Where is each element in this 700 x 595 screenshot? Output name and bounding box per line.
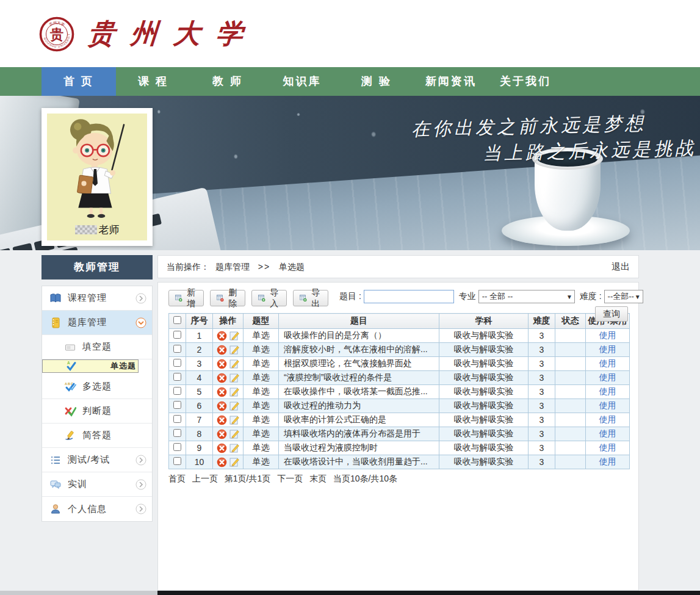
nav-item-teachers[interactable]: 教 师: [190, 67, 265, 96]
logout-link[interactable]: 退出: [612, 256, 630, 278]
sidebar-item-question-bank[interactable]: 题库管理: [42, 311, 152, 335]
sidebar-item-course-management[interactable]: 课程管理: [42, 286, 152, 311]
use-link[interactable]: 使用: [599, 386, 616, 396]
row-difficulty: 3: [529, 371, 555, 385]
use-link[interactable]: 使用: [599, 358, 616, 368]
page-prev[interactable]: 上一页: [192, 474, 218, 483]
table-export-icon: [300, 293, 307, 303]
page-next[interactable]: 下一页: [277, 474, 303, 483]
nav-item-home[interactable]: 首 页: [41, 67, 116, 96]
edit-row-icon[interactable]: [229, 443, 240, 453]
row-title: 在吸收操作中，吸收塔某一截面总推...: [279, 385, 439, 399]
nav-item-courses[interactable]: 课 程: [116, 67, 190, 96]
edit-row-icon[interactable]: [229, 401, 240, 411]
row-title: “液膜控制”吸收过程的条件是: [279, 371, 439, 385]
sidebar-item-single-choice[interactable]: A 单选题: [42, 359, 139, 373]
use-link[interactable]: 使用: [599, 400, 616, 410]
delete-row-icon[interactable]: [217, 429, 227, 439]
sidebar-item-label: 判断题: [82, 405, 112, 417]
row-checkbox[interactable]: [173, 387, 181, 395]
col-header-type: 题型: [244, 314, 279, 329]
title-search-input[interactable]: [364, 290, 454, 303]
edit-row-icon[interactable]: [229, 359, 240, 369]
sidebar-item-fill-blank[interactable]: 填空题: [42, 335, 152, 359]
use-link[interactable]: 使用: [599, 442, 616, 452]
nav-item-about[interactable]: 关于我们: [488, 67, 563, 96]
table-row: 8: [169, 427, 630, 441]
delete-row-icon[interactable]: [217, 373, 227, 383]
sidebar-item-true-false[interactable]: 判断题: [42, 399, 152, 424]
chevron-right-icon: [135, 455, 146, 466]
edit-row-icon[interactable]: [229, 415, 240, 425]
difficulty-select[interactable]: --全部-- ▼: [604, 290, 643, 303]
banner: 在你出发之前永远是梦想 当上路之后永远是挑战: [0, 96, 700, 250]
row-checkbox[interactable]: [173, 331, 181, 339]
table-import-icon: [258, 293, 265, 303]
query-button[interactable]: 查询: [595, 306, 628, 322]
delete-row-icon[interactable]: [217, 457, 227, 467]
sidebar-item-practical-training[interactable]: 实训: [42, 472, 152, 497]
use-link[interactable]: 使用: [599, 344, 616, 354]
row-checkbox[interactable]: [173, 345, 181, 353]
edit-row-icon[interactable]: [229, 387, 240, 397]
sidebar-item-multi-choice[interactable]: ABC 多选题: [42, 375, 152, 399]
page-last[interactable]: 末页: [309, 474, 327, 483]
select-all-checkbox[interactable]: [173, 316, 181, 324]
nav-item-knowledge-base[interactable]: 知识库: [265, 67, 339, 96]
delete-row-icon[interactable]: [217, 331, 227, 341]
row-number: 7: [186, 413, 213, 427]
delete-row-icon[interactable]: [217, 387, 227, 397]
use-link[interactable]: 使用: [599, 456, 616, 466]
row-difficulty: 3: [529, 385, 555, 399]
page-info: 第1页/共1页: [225, 474, 270, 483]
delete-row-icon[interactable]: [217, 443, 227, 453]
nav-item-news[interactable]: 新闻资讯: [414, 67, 488, 96]
table-row: 5: [169, 385, 630, 399]
sidebar-item-tests-exams[interactable]: 测试/考试: [42, 448, 152, 472]
delete-row-icon[interactable]: [217, 415, 227, 425]
import-button[interactable]: 导入: [251, 290, 287, 306]
toolbar: 新增 删除 导入: [168, 290, 628, 313]
nav-item-tests[interactable]: 测 验: [339, 67, 414, 96]
delete-row-icon[interactable]: [217, 345, 227, 355]
row-checkbox[interactable]: [173, 457, 181, 465]
breadcrumb-prefix: 当前操作：: [167, 262, 209, 272]
page-root: 贵 贵州大学 GUIZHOU UNIVERSITY 贵州大学 首 页 课 程 教…: [0, 0, 700, 595]
row-checkbox[interactable]: [173, 401, 181, 409]
book-icon: [49, 292, 62, 305]
row-checkbox[interactable]: [173, 443, 181, 451]
university-logo[interactable]: 贵 贵州大学 GUIZHOU UNIVERSITY 贵州大学: [39, 16, 259, 52]
table-row: 3: [169, 357, 630, 371]
col-header-difficulty: 难度: [529, 314, 555, 329]
row-subject: 吸收与解吸实验: [439, 441, 529, 455]
use-link[interactable]: 使用: [599, 414, 616, 424]
delete-button[interactable]: 删除: [210, 290, 245, 306]
sidebar-item-personal-info[interactable]: 个人信息: [42, 497, 152, 521]
row-checkbox[interactable]: [173, 415, 181, 423]
use-link[interactable]: 使用: [599, 330, 616, 340]
teacher-cartoon-image: [47, 114, 147, 218]
table-row: 1: [169, 329, 630, 343]
edit-row-icon[interactable]: [229, 331, 240, 341]
export-button[interactable]: 导出: [293, 290, 328, 306]
edit-row-icon[interactable]: [229, 429, 240, 439]
delete-row-icon[interactable]: [217, 359, 227, 369]
page-first[interactable]: 首页: [168, 474, 186, 483]
major-select[interactable]: -- 全部 -- ▼: [478, 290, 575, 303]
add-button[interactable]: 新增: [168, 290, 204, 306]
row-checkbox[interactable]: [173, 359, 181, 367]
table-row: 4: [169, 371, 630, 385]
edit-row-icon[interactable]: [229, 373, 240, 383]
breadcrumb-parent[interactable]: 题库管理: [215, 262, 250, 272]
edit-row-icon[interactable]: [229, 457, 240, 467]
use-link[interactable]: 使用: [599, 428, 616, 438]
row-type: 单选: [244, 385, 279, 399]
use-link[interactable]: 使用: [599, 372, 616, 382]
delete-row-icon[interactable]: [217, 401, 227, 411]
row-checkbox[interactable]: [173, 373, 181, 381]
footer-strip-left: [0, 591, 157, 595]
sidebar-item-short-answer[interactable]: 简答题: [42, 424, 152, 448]
row-number: 2: [186, 343, 213, 357]
row-checkbox[interactable]: [173, 429, 181, 437]
edit-row-icon[interactable]: [229, 345, 240, 355]
